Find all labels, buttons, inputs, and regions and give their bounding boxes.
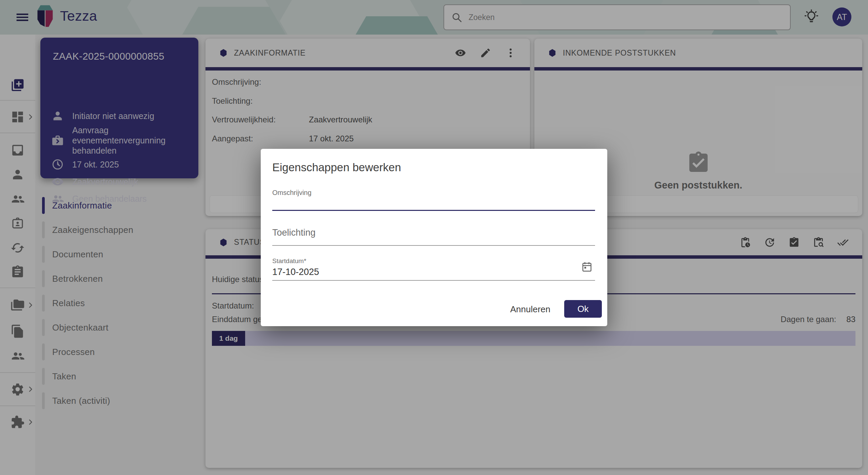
dialog-title: Eigenschappen bewerken (272, 161, 401, 174)
startdatum-value[interactable]: 17-10-2025 (272, 267, 319, 277)
edit-properties-dialog: Eigenschappen bewerken Omschrijving Toel… (261, 149, 607, 326)
startdatum-label: Startdatum* (272, 257, 306, 265)
app-root: Tezza AT ZAAK-2025-00000 (0, 0, 868, 475)
omschrijving-input[interactable] (272, 194, 595, 209)
date-picker-button[interactable] (581, 261, 593, 273)
calendar-icon (581, 261, 593, 273)
ok-button[interactable]: Ok (564, 300, 602, 318)
startdatum-underline (272, 280, 595, 281)
omschrijving-underline (272, 210, 595, 211)
cancel-button[interactable]: Annuleren (508, 301, 552, 318)
toelichting-underline (272, 245, 595, 246)
